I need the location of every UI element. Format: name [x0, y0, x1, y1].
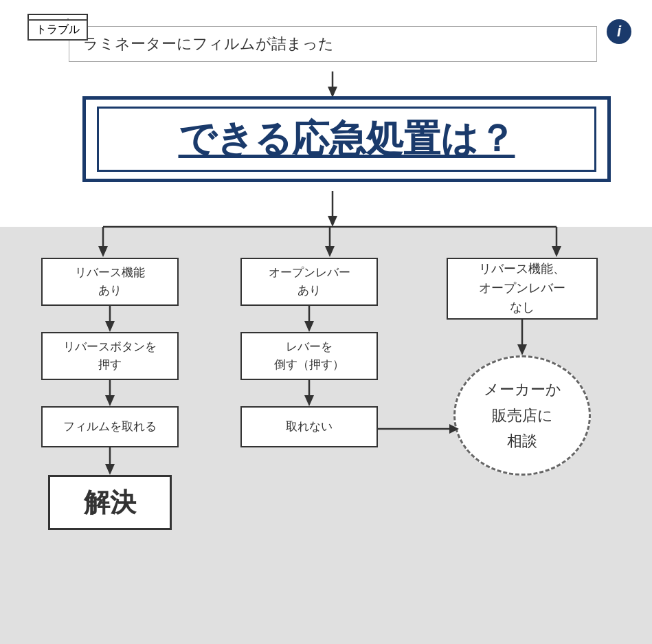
main-question-label: できる応急処置は？ [179, 118, 515, 159]
consult-circle-2: メーカーか販売店に相談 [453, 355, 591, 476]
three-way-split [103, 219, 557, 260]
info-icon-2[interactable]: i [607, 19, 631, 44]
mid-condition-box: オープンレバーあり [240, 258, 378, 306]
arrow-mid-2 [302, 380, 316, 406]
svg-marker-50 [105, 464, 115, 475]
arrow-right-1 [515, 320, 529, 355]
main-question-inner-2: できる応急処置は？ [97, 107, 596, 172]
arrow-to-consult-2 [378, 422, 460, 436]
svg-marker-44 [105, 395, 115, 406]
film-remove-box: フィルムを取れる [41, 406, 179, 447]
svg-marker-46 [304, 395, 314, 406]
left-condition-box: リバース機能あり [41, 258, 179, 306]
title-box-2: ラミネーターにフィルムが詰まった [69, 26, 597, 62]
trouble-badge-2: トラブル [27, 19, 88, 41]
svg-marker-40 [304, 321, 314, 332]
svg-marker-48 [449, 424, 459, 434]
arrow-left-2 [103, 380, 117, 406]
arrow-mid-1 [302, 306, 316, 332]
left-action-box: リバースボタンを押す [41, 332, 179, 380]
svg-marker-42 [517, 344, 527, 355]
info-label: i [617, 23, 621, 41]
right-condition-box: リバース機能、オープンレバーなし [447, 258, 598, 320]
arrow-left-1 [103, 306, 117, 332]
arrow-down-1 [326, 71, 339, 98]
svg-marker-34 [325, 246, 335, 257]
main-question-box: できる応急処置は？ [82, 96, 611, 182]
diagram: i トラブル ラミネーターにフィルムが詰まった できる応急処置は？ リバース機能… [0, 0, 652, 644]
resolve-box-2: 解決 [48, 475, 172, 530]
arrow-left-3 [103, 447, 117, 475]
cannot-remove-box-2: 取れない [240, 406, 378, 447]
mid-action-box: レバーを倒す（押す） [240, 332, 378, 380]
svg-marker-38 [105, 321, 115, 332]
